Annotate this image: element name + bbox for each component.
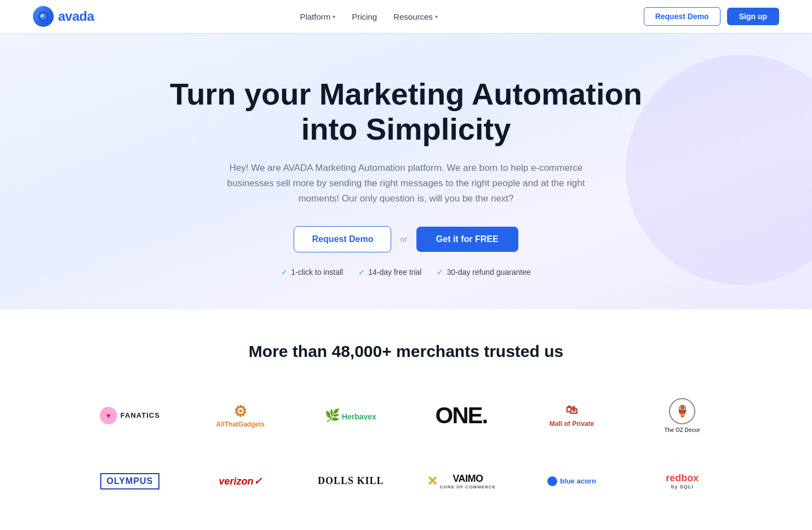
- badge-refund: ✓ 30-day refund guarantee: [437, 268, 530, 276]
- brand-logo-grid: FANATICS ⚙ AllThatGadgets 🌿 Herbavex ONE…: [77, 388, 735, 509]
- brand-verizon: verizon✓: [188, 454, 293, 509]
- brand-redbox: redbox by SQLI: [630, 454, 735, 509]
- hero-section: Turn your Marketing Automation into Simp…: [0, 33, 812, 309]
- nav-request-demo-button[interactable]: Request Demo: [644, 7, 720, 26]
- hero-request-demo-button[interactable]: Request Demo: [294, 226, 391, 252]
- badge-install: ✓ 1-click to install: [281, 268, 343, 276]
- allthat-icon: ⚙: [216, 402, 265, 420]
- blueacorn-dot-icon: [547, 476, 557, 486]
- logo-icon: [33, 6, 54, 27]
- trusted-section: More than 48,000+ merchants trusted us F…: [0, 309, 812, 530]
- brand-herbavex: 🌿 Herbavex: [298, 388, 403, 443]
- navbar: avada Platform ▾ Pricing Resources ▾ Req…: [0, 0, 812, 33]
- platform-chevron-icon: ▾: [333, 14, 335, 20]
- vaimo-x-icon: ✕: [427, 474, 438, 489]
- nav-sign-up-button[interactable]: Sign up: [727, 8, 779, 25]
- brand-one: ONE.: [409, 388, 514, 443]
- brand-ozdecor: 🏺 The OZ Decor: [630, 388, 735, 443]
- check-icon-refund: ✓: [437, 268, 443, 276]
- brand-dolls-kill: DOLLS KILL: [298, 454, 403, 509]
- nav-resources[interactable]: Resources ▾: [393, 12, 438, 21]
- logo-link[interactable]: avada: [33, 6, 94, 27]
- nav-actions: Request Demo Sign up: [644, 7, 779, 26]
- fanatics-heart-icon: [100, 407, 117, 424]
- brand-olympus: OLYMPUS: [77, 454, 182, 509]
- svg-point-3: [41, 14, 42, 16]
- hero-get-free-button[interactable]: Get it for FREE: [416, 227, 518, 252]
- brand-mall-of-private: 🛍 Mall of Private: [519, 388, 625, 443]
- logo-text: avada: [58, 9, 94, 24]
- brand-vaimo: ✕ VAIMO CORE OF COMMERCE: [409, 454, 514, 509]
- hero-badges: ✓ 1-click to install ✓ 14-day free trial…: [33, 268, 779, 276]
- hero-cta-group: Request Demo or Get it for FREE: [33, 226, 779, 252]
- hero-subtitle: Hey! We are AVADA Marketing Automation p…: [209, 160, 603, 206]
- nav-pricing[interactable]: Pricing: [352, 12, 377, 21]
- nav-platform[interactable]: Platform ▾: [300, 12, 335, 21]
- ozdecor-icon: 🏺: [669, 398, 695, 424]
- resources-chevron-icon: ▾: [435, 14, 438, 20]
- brand-fanatics: FANATICS: [77, 388, 182, 443]
- cta-or-label: or: [400, 234, 407, 244]
- nav-links: Platform ▾ Pricing Resources ▾: [300, 12, 437, 21]
- check-icon-install: ✓: [281, 268, 288, 276]
- badge-trial: ✓ 14-day free trial: [358, 268, 421, 276]
- hero-title: Turn your Marketing Automation into Simp…: [159, 77, 653, 147]
- check-icon-trial: ✓: [358, 268, 365, 276]
- brand-blueacorn: blue acorn: [519, 454, 625, 509]
- trusted-title: More than 48,000+ merchants trusted us: [33, 342, 779, 361]
- brand-allthatgadgets: ⚙ AllThatGadgets: [188, 388, 293, 443]
